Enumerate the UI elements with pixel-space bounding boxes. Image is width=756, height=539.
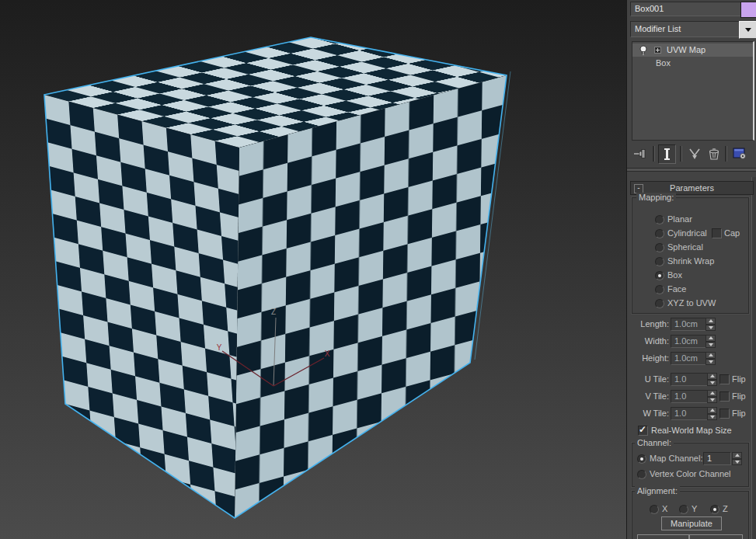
spinner-down-icon bbox=[709, 360, 713, 363]
remove-modifier-button[interactable] bbox=[706, 146, 722, 162]
axis-x-label: X bbox=[325, 349, 330, 358]
trash-icon bbox=[708, 148, 720, 161]
modifier-stack[interactable]: UVW Map Box bbox=[632, 41, 754, 141]
length-field[interactable]: 1.0cm bbox=[671, 318, 706, 331]
face-radio[interactable] bbox=[655, 285, 664, 294]
show-end-result-button[interactable] bbox=[658, 144, 676, 164]
width-field[interactable]: 1.0cm bbox=[671, 335, 706, 348]
u-tile-spinner[interactable] bbox=[707, 373, 717, 386]
channel-group-title: Channel: bbox=[635, 438, 674, 447]
configure-modifier-sets-button[interactable] bbox=[731, 145, 748, 162]
width-spinner[interactable] bbox=[705, 335, 716, 348]
spinner-up-icon bbox=[710, 391, 715, 395]
u-flip-label: Flip bbox=[732, 374, 746, 384]
partial-button-left[interactable] bbox=[637, 534, 689, 539]
toolbar-separator bbox=[680, 146, 682, 162]
xyz-to-uvw-label: XYZ to UVW bbox=[667, 298, 716, 308]
modifier-list-dropdown-button[interactable] bbox=[739, 21, 756, 39]
modifier-list-dropdown[interactable]: Modifier List bbox=[630, 21, 741, 37]
height-field[interactable]: 1.0cm bbox=[671, 352, 706, 365]
show-end-result-icon bbox=[662, 148, 672, 161]
make-unique-button[interactable] bbox=[686, 146, 703, 162]
spinner-up-icon bbox=[709, 319, 713, 322]
w-tile-spinner[interactable] bbox=[707, 407, 717, 420]
height-spinner[interactable] bbox=[705, 352, 716, 365]
map-channel-radio[interactable] bbox=[637, 454, 646, 464]
rollout-title: Parameters bbox=[670, 183, 714, 193]
pin-stack-button[interactable] bbox=[632, 146, 650, 162]
v-tile-spinner[interactable] bbox=[707, 390, 717, 403]
cylindrical-label: Cylindrical bbox=[667, 228, 707, 238]
length-spinner[interactable] bbox=[705, 318, 716, 331]
width-label: Width: bbox=[627, 336, 669, 346]
real-world-map-size-checkbox[interactable] bbox=[638, 426, 648, 436]
viewport-canvas[interactable]: Z X Y bbox=[0, 0, 626, 539]
length-label: Length: bbox=[627, 319, 669, 329]
lightbulb-icon[interactable] bbox=[639, 45, 648, 56]
modifier-stack-item-uvw-map[interactable]: UVW Map bbox=[632, 43, 753, 57]
box-radio[interactable] bbox=[655, 271, 664, 280]
spinner-up-icon bbox=[710, 374, 715, 377]
align-x-radio[interactable] bbox=[650, 505, 659, 514]
planar-radio[interactable] bbox=[655, 215, 664, 224]
cap-checkbox[interactable] bbox=[712, 228, 722, 238]
expand-plus-icon[interactable] bbox=[654, 47, 661, 54]
align-x-label: X bbox=[662, 504, 667, 514]
v-flip-checkbox[interactable] bbox=[719, 391, 730, 402]
modifier-stack-item-label: UVW Map bbox=[667, 43, 705, 57]
real-world-map-size-label: Real-World Map Size bbox=[651, 426, 732, 436]
spinner-down-icon bbox=[735, 461, 740, 464]
w-flip-label: Flip bbox=[732, 409, 746, 419]
w-tile-label: W Tile: bbox=[627, 409, 669, 419]
w-tile-field[interactable]: 1.0 bbox=[671, 407, 708, 420]
pin-stack-icon bbox=[633, 148, 649, 159]
vertex-color-channel-radio[interactable] bbox=[637, 470, 646, 479]
box-label: Box bbox=[667, 270, 682, 280]
spherical-label: Spherical bbox=[667, 242, 703, 252]
alignment-group-title: Alignment: bbox=[635, 486, 680, 496]
partial-button-right[interactable] bbox=[689, 534, 743, 539]
chevron-down-icon bbox=[745, 28, 751, 32]
toolbar-separator bbox=[653, 146, 655, 162]
object-color-swatch[interactable] bbox=[740, 2, 756, 18]
axis-y-label: Y bbox=[217, 343, 222, 352]
u-flip-checkbox[interactable] bbox=[719, 374, 730, 384]
spinner-down-icon bbox=[710, 398, 715, 402]
v-tile-field[interactable]: 1.0 bbox=[671, 390, 708, 403]
planar-label: Planar bbox=[667, 214, 692, 224]
height-label: Height: bbox=[627, 353, 669, 363]
alignment-group bbox=[632, 491, 749, 539]
map-channel-spinner[interactable] bbox=[732, 452, 742, 465]
panel-scrollbar-track[interactable] bbox=[752, 177, 756, 539]
align-z-label: Z bbox=[723, 504, 728, 514]
command-panel: Box001 Modifier List UVW Map bbox=[626, 0, 756, 539]
align-z-radio[interactable] bbox=[710, 505, 719, 514]
configure-modifier-sets-icon bbox=[733, 148, 747, 160]
u-tile-field[interactable]: 1.0 bbox=[671, 373, 708, 386]
align-y-radio[interactable] bbox=[679, 505, 688, 514]
v-flip-label: Flip bbox=[732, 391, 746, 402]
map-channel-label: Map Channel: bbox=[650, 454, 703, 464]
xyz-to-uvw-radio[interactable] bbox=[655, 299, 664, 308]
modifier-stack-item-box[interactable]: Box bbox=[632, 57, 753, 70]
w-flip-checkbox[interactable] bbox=[719, 409, 730, 419]
3dsmax-window: Z X Y Box001 Modifier List bbox=[0, 0, 756, 539]
cylindrical-radio[interactable] bbox=[655, 229, 664, 238]
spherical-radio[interactable] bbox=[655, 243, 664, 252]
spinner-down-icon bbox=[710, 416, 715, 419]
manipulate-button[interactable]: Manipulate bbox=[661, 516, 722, 530]
spinner-down-icon bbox=[709, 343, 713, 346]
spinner-down-icon bbox=[710, 381, 715, 384]
align-y-label: Y bbox=[692, 504, 697, 514]
cap-label: Cap bbox=[724, 228, 740, 238]
spinner-up-icon bbox=[709, 336, 713, 339]
spinner-down-icon bbox=[709, 326, 713, 329]
make-unique-icon bbox=[688, 148, 702, 160]
mapping-group-title: Mapping: bbox=[636, 193, 676, 202]
spinner-up-icon bbox=[735, 454, 740, 457]
map-channel-field[interactable]: 1 bbox=[703, 452, 731, 465]
shrink-wrap-radio[interactable] bbox=[655, 257, 664, 266]
spinner-up-icon bbox=[709, 353, 713, 356]
object-name-field[interactable]: Box001 bbox=[630, 2, 743, 16]
spinner-up-icon bbox=[710, 409, 715, 412]
